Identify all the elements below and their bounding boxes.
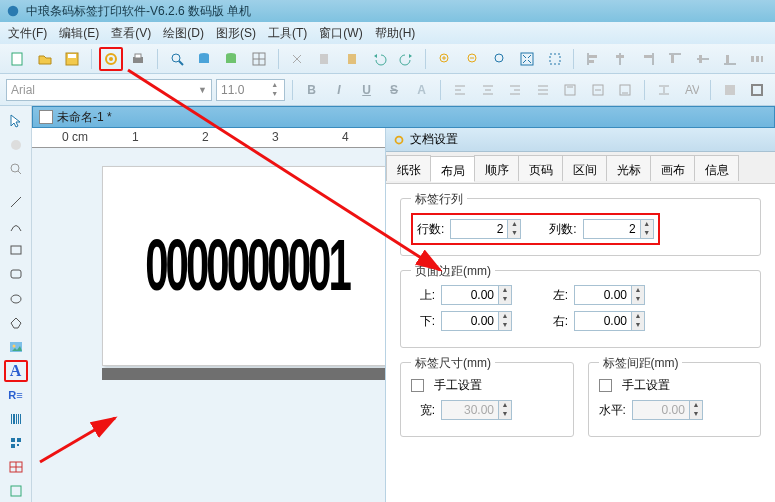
roundrect-tool[interactable] [4,263,28,285]
cut-button[interactable] [286,47,309,71]
font-size-input[interactable]: 11.0▲▼ [216,79,285,101]
doc-settings-button[interactable] [99,47,122,71]
rect-tool[interactable] [4,239,28,261]
pan-tool[interactable] [4,134,28,156]
stroke-color-button[interactable] [745,78,769,102]
align-right-button[interactable] [636,47,659,71]
zoom-out-button[interactable] [461,47,484,71]
svg-rect-18 [348,54,356,64]
margin-bottom-input[interactable]: ▲▼ [441,311,512,331]
polygon-tool[interactable] [4,312,28,334]
zoom-in-button[interactable] [433,47,456,71]
table-tool[interactable] [4,456,28,478]
text-justify-button[interactable] [531,78,555,102]
tab-paper[interactable]: 纸张 [386,155,431,181]
window-title: 中琅条码标签打印软件-V6.2.6 数码版 单机 [26,3,251,20]
preview-button[interactable] [165,47,188,71]
save-button[interactable] [61,47,84,71]
rows-input[interactable]: ▲▼ [450,219,521,239]
menu-help[interactable]: 帮助(H) [375,25,416,42]
print-button[interactable] [127,47,150,71]
align-top-button[interactable] [664,47,687,71]
italic-button[interactable]: I [327,83,351,97]
text-tool[interactable]: A [4,360,28,382]
paste-button[interactable] [340,47,363,71]
menu-shape[interactable]: 图形(S) [216,25,256,42]
new-button[interactable] [6,47,29,71]
zoom-sel-button[interactable] [543,47,566,71]
align-bottom-button[interactable] [718,47,741,71]
text-center-button[interactable] [476,78,500,102]
text-right-button[interactable] [503,78,527,102]
db-refresh-button[interactable] [220,47,243,71]
gap-manual-label: 手工设置 [622,377,670,394]
svg-point-75 [12,344,15,347]
open-button[interactable] [33,47,56,71]
tab-canvas[interactable]: 画布 [650,155,695,181]
gap-manual-checkbox[interactable] [599,379,612,392]
ole-tool[interactable] [4,480,28,502]
tab-layout[interactable]: 布局 [430,156,475,182]
redo-button[interactable] [395,47,418,71]
zoom-fit-button[interactable] [516,47,539,71]
ellipse-tool[interactable] [4,288,28,310]
tab-range[interactable]: 区间 [562,155,607,181]
svg-rect-78 [16,414,17,424]
align-center-button[interactable] [609,47,632,71]
text-left-button[interactable] [448,78,472,102]
menu-tools[interactable]: 工具(T) [268,25,307,42]
distribute-h-button[interactable] [746,47,769,71]
richtext-tool[interactable]: R≡ [4,384,28,406]
align-middle-button[interactable] [691,47,714,71]
zoom-100-button[interactable] [488,47,511,71]
char-spacing-button[interactable]: AV [679,78,703,102]
menu-file[interactable]: 文件(F) [8,25,47,42]
menubar[interactable]: 文件(F) 编辑(E) 查看(V) 绘图(D) 图形(S) 工具(T) 窗口(W… [0,22,775,44]
hgap-label: 水平: [599,402,626,419]
tab-cursor[interactable]: 光标 [606,155,651,181]
zoom-tool[interactable] [4,158,28,180]
barcode-tool[interactable] [4,408,28,430]
align-left-button[interactable] [581,47,604,71]
svg-rect-37 [699,55,702,63]
margin-right-input[interactable]: ▲▼ [574,311,645,331]
fill-color-button[interactable] [718,78,742,102]
underline-button[interactable]: U [355,83,379,97]
canvas[interactable]: 0000000001 [72,156,392,496]
label-preview[interactable]: 0000000001 [102,166,392,366]
line-spacing-button[interactable] [652,78,676,102]
strike-button[interactable]: S [382,83,406,97]
image-tool[interactable] [4,336,28,358]
font-color-button[interactable]: A [410,83,434,97]
document-tab[interactable]: 未命名-1 * [32,106,775,128]
menu-edit[interactable]: 编辑(E) [59,25,99,42]
label-text: 0000000001 [145,225,349,307]
tab-page[interactable]: 页码 [518,155,563,181]
menu-draw[interactable]: 绘图(D) [163,25,204,42]
tab-info[interactable]: 信息 [694,155,739,181]
curve-tool[interactable] [4,215,28,237]
width-input[interactable]: ▲▼ [441,400,512,420]
svg-rect-76 [11,414,12,424]
margin-top-input[interactable]: ▲▼ [441,285,512,305]
tab-order[interactable]: 顺序 [474,155,519,181]
hgap-input[interactable]: ▲▼ [632,400,703,420]
qrcode-tool[interactable] [4,432,28,454]
size-manual-checkbox[interactable] [411,379,424,392]
undo-button[interactable] [368,47,391,71]
copy-button[interactable] [313,47,336,71]
text-top-button[interactable] [558,78,582,102]
select-tool[interactable] [4,110,28,132]
editor: 未命名-1 * 0 cm 1 2 3 4 5 6 7 0000000001 文档… [32,106,775,502]
bold-button[interactable]: B [300,83,324,97]
text-bottom-button[interactable] [613,78,637,102]
margin-left-input[interactable]: ▲▼ [574,285,645,305]
menu-window[interactable]: 窗口(W) [319,25,362,42]
grid-button[interactable] [247,47,270,71]
line-tool[interactable] [4,191,28,213]
database-button[interactable] [192,47,215,71]
menu-view[interactable]: 查看(V) [111,25,151,42]
font-name-select[interactable]: Arial▼ [6,79,212,101]
cols-input[interactable]: ▲▼ [583,219,654,239]
text-vmid-button[interactable] [586,78,610,102]
